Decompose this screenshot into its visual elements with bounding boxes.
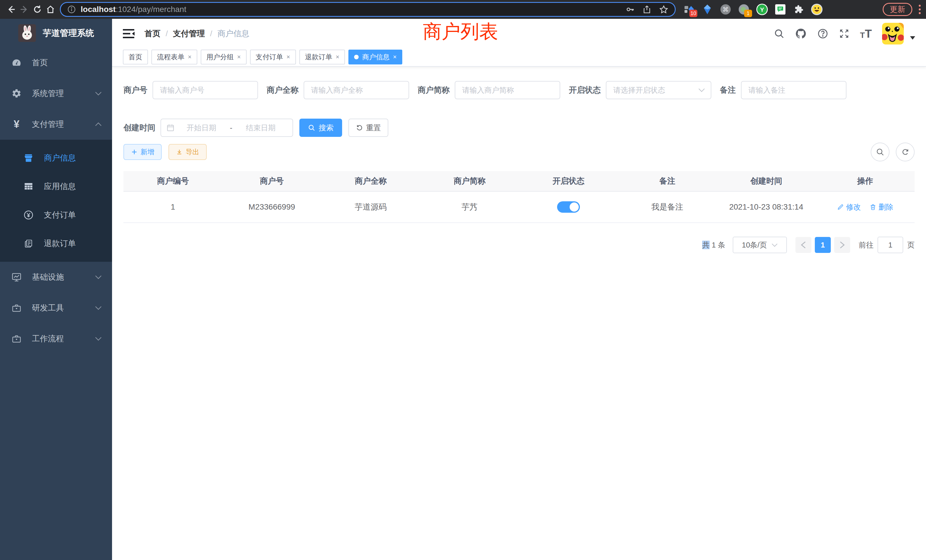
password-key-icon[interactable] <box>625 5 635 14</box>
breadcrumb-pay[interactable]: 支付管理 <box>173 28 205 39</box>
trash-icon <box>870 204 876 210</box>
sidebar-collapse-button[interactable] <box>123 29 135 39</box>
tab-merchant-info[interactable]: 商户信息× <box>348 50 402 64</box>
pagination-total: 共 1 条 <box>702 240 725 250</box>
annotation-title: 商户列表 <box>423 19 498 44</box>
calendar-icon <box>166 123 175 132</box>
sidebar-item-merchant-info[interactable]: 商户信息 <box>0 144 112 172</box>
tab-pay-order[interactable]: 支付订单× <box>250 50 296 64</box>
browser-home-button[interactable] <box>44 3 57 16</box>
browser-update-button[interactable]: 更新 <box>883 3 912 16</box>
github-icon[interactable] <box>795 28 807 39</box>
pay-submenu: 商户信息 应用信息 支付订单 <box>0 140 112 262</box>
font-size-icon[interactable]: TT <box>860 28 872 39</box>
create-time-label: 创建时间 <box>123 122 155 133</box>
fullscreen-icon[interactable] <box>839 28 850 39</box>
close-icon[interactable]: × <box>336 53 340 61</box>
search-form-row-2: 创建时间 开始日期 - 结束日期 搜索 重置 <box>123 119 915 137</box>
breadcrumb-home[interactable]: 首页 <box>145 28 160 39</box>
share-icon[interactable] <box>642 5 651 14</box>
avatar-dropdown-caret[interactable] <box>910 36 915 39</box>
remark-label: 备注 <box>720 85 736 95</box>
delete-link[interactable]: 删除 <box>870 202 894 212</box>
sidebar-item-workflow[interactable]: 工作流程 <box>0 323 112 354</box>
help-icon[interactable] <box>817 28 829 39</box>
extension-command-icon[interactable]: ⌘ <box>720 3 732 15</box>
total-prefix: 共 <box>702 241 710 249</box>
status-toggle-on[interactable] <box>557 201 580 213</box>
user-avatar[interactable] <box>882 23 904 44</box>
status-select[interactable]: 请选择开启状态 <box>606 81 711 99</box>
merchant-name-label: 商户全称 <box>266 85 298 95</box>
remark-input[interactable] <box>741 81 846 99</box>
tab-process-form[interactable]: 流程表单× <box>151 50 197 64</box>
tab-user-group[interactable]: 用户分组× <box>201 50 247 64</box>
sidebar-item-label: 系统管理 <box>32 88 64 99</box>
close-icon[interactable]: × <box>188 53 192 61</box>
extension-recorder-icon[interactable]: 1 <box>738 3 750 15</box>
browser-menu-button[interactable] <box>918 4 921 15</box>
grid-icon <box>22 182 35 192</box>
extension-gem-icon[interactable] <box>701 3 713 15</box>
chevron-up-icon <box>95 122 102 126</box>
refresh-table-button[interactable] <box>896 142 915 161</box>
merchant-short-label: 商户简称 <box>418 85 449 95</box>
browser-back-button[interactable] <box>5 3 18 16</box>
chat-icon <box>775 4 786 15</box>
goto-page-input[interactable] <box>878 237 903 253</box>
bookmark-star-icon[interactable] <box>659 5 669 14</box>
browser-reload-button[interactable] <box>31 3 44 16</box>
close-icon[interactable]: × <box>237 53 241 61</box>
prev-page-button[interactable] <box>796 237 811 253</box>
show-search-button[interactable] <box>871 142 890 161</box>
merchant-no-input[interactable] <box>153 81 258 99</box>
merchant-name-input[interactable] <box>304 81 409 99</box>
col-merchant-no: 商户号 <box>222 176 321 186</box>
close-icon[interactable]: × <box>393 53 396 61</box>
page-1-button[interactable]: 1 <box>815 237 831 253</box>
header-actions: TT <box>774 23 915 44</box>
tab-home[interactable]: 首页 <box>123 50 148 64</box>
pagination: 共 1 条 10条/页 1 前往 页 <box>123 237 915 253</box>
col-short-name: 商户简称 <box>420 176 519 186</box>
sidebar-item-home[interactable]: 首页 <box>0 47 112 78</box>
site-info-icon[interactable] <box>67 5 76 14</box>
sidebar-item-refund-order[interactable]: 退款订单 <box>0 229 112 258</box>
extension-translate-icon[interactable]: 10 <box>683 3 695 15</box>
chevron-left-icon <box>801 241 806 249</box>
sidebar-item-pay[interactable]: ¥ 支付管理 <box>0 109 112 140</box>
browser-forward-button[interactable] <box>18 3 31 16</box>
yen-icon: ¥ <box>10 119 23 129</box>
merchant-short-input[interactable] <box>455 81 560 99</box>
search-button[interactable]: 搜索 <box>300 119 342 137</box>
emoji-face-icon <box>811 3 823 16</box>
edit-link[interactable]: 修改 <box>837 202 861 212</box>
col-merchant-id: 商户编号 <box>123 176 222 186</box>
sidebar-logo[interactable]: 芋道管理系统 <box>0 19 112 47</box>
extension-chat-icon[interactable] <box>774 3 786 15</box>
browser-profile-avatar[interactable] <box>811 3 823 15</box>
sidebar-item-dev-tools[interactable]: 研发工具 <box>0 292 112 323</box>
export-button[interactable]: 导出 <box>168 144 207 160</box>
next-page-button[interactable] <box>834 237 850 253</box>
address-bar[interactable]: localhost:1024/pay/merchant <box>60 2 676 17</box>
sidebar-item-pay-order[interactable]: 支付订单 <box>0 201 112 229</box>
forward-arrow-icon <box>20 5 29 14</box>
cell-status <box>519 201 618 213</box>
close-icon[interactable]: × <box>286 53 290 61</box>
sidebar-item-system[interactable]: 系统管理 <box>0 78 112 109</box>
search-icon[interactable] <box>774 28 785 39</box>
sidebar-item-app-info[interactable]: 应用信息 <box>0 172 112 201</box>
col-remark: 备注 <box>618 176 717 186</box>
create-time-range-picker[interactable]: 开始日期 - 结束日期 <box>160 119 293 137</box>
toolbox-icon <box>10 303 23 313</box>
tab-refund-order[interactable]: 退款订单× <box>300 50 345 64</box>
sidebar-item-infra[interactable]: 基础设施 <box>0 262 112 292</box>
page-size-select[interactable]: 10条/页 <box>733 237 787 253</box>
extension-y-icon[interactable]: Y <box>756 3 768 15</box>
extensions-puzzle-icon[interactable] <box>793 3 805 15</box>
reset-button[interactable]: 重置 <box>348 119 388 137</box>
update-label: 更新 <box>890 4 905 15</box>
add-button[interactable]: 新增 <box>123 144 162 160</box>
search-form-row-1: 商户号 商户全称 商户简称 开启状态 请选择开启状态 <box>123 81 915 99</box>
